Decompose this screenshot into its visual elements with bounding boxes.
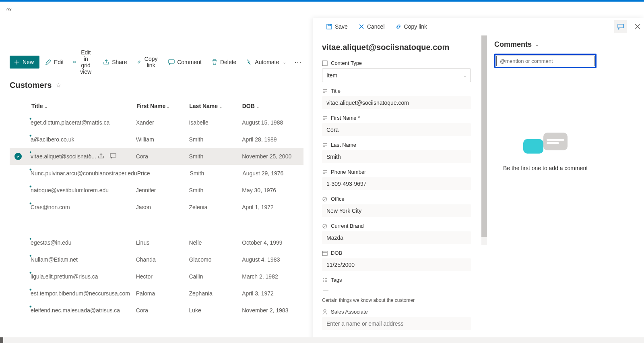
table-row[interactable]: ✦eget.dictum.placerat@mattis.caXanderIsa… <box>10 114 303 131</box>
more-button[interactable]: ⋯ <box>291 56 305 69</box>
office-input[interactable] <box>322 204 471 217</box>
row-last-name: Giacomo <box>189 256 242 263</box>
table-row[interactable]: ✦vitae.aliquet@sociisnato...⋮CoraSmithNo… <box>10 148 303 165</box>
title-input[interactable] <box>322 96 471 109</box>
table-row[interactable]: ✦Nullam@Etiam.netChandaGiacomoAugust 4, … <box>10 251 303 268</box>
table-row[interactable]: ✦eleifend.nec.malesuada@atrisus.caCoraLu… <box>10 302 303 319</box>
choice-icon <box>322 196 328 202</box>
col-last-name[interactable]: Last Name⌵ <box>189 103 242 109</box>
table-row[interactable]: ✦natoque@vestibulumlorem.eduJenniferSmit… <box>10 182 303 199</box>
cancel-button[interactable]: Cancel <box>354 20 389 33</box>
table-row[interactable]: ✦Nunc.pulvinar.arcu@conubianostraper.edu… <box>10 165 303 182</box>
comments-empty-text: Be the first one to add a comment <box>503 165 588 171</box>
copy-link-button[interactable]: Copy link <box>133 56 163 69</box>
panel-copy-link-button[interactable]: Copy link <box>391 20 431 33</box>
content-type-icon <box>322 60 328 66</box>
row-first-name: Price <box>137 170 190 177</box>
tags-value: — <box>322 285 482 295</box>
chevron-down-icon: ⌵ <box>256 104 259 109</box>
suite-tab[interactable]: ex <box>3 6 15 13</box>
comment-icon[interactable] <box>110 153 116 160</box>
row-title: Nunc.pulvinar.arcu@conubianostraper.edu <box>31 170 137 177</box>
svg-rect-5 <box>618 24 623 28</box>
brand-input[interactable] <box>322 231 471 244</box>
row-last-name: Isabelle <box>189 119 242 126</box>
row-last-name: Zelenia <box>189 204 242 210</box>
close-panel-button[interactable] <box>631 20 644 33</box>
chevron-down-icon: ⌵ <box>219 104 222 109</box>
form-scroll[interactable]: Content Type Item⌵ Title First Name * La… <box>322 60 484 343</box>
svg-rect-6 <box>322 61 327 66</box>
col-title[interactable]: Title⌵ <box>31 103 136 109</box>
tags-description: Certain things we know about the custome… <box>322 297 482 303</box>
new-indicator-icon: ✦ <box>29 271 32 275</box>
new-indicator-icon: ✦ <box>29 168 32 172</box>
list-title: Customers <box>10 81 52 90</box>
list-pane: New Edit Edit in grid view Share Copy li… <box>0 18 313 319</box>
automate-button[interactable]: Automate ⌵ <box>242 56 289 69</box>
row-dob: March 2, 1982 <box>242 273 303 280</box>
new-indicator-icon: ✦ <box>29 150 32 154</box>
chevron-down-icon: ⌵ <box>45 104 47 109</box>
chevron-down-icon: ⌵ <box>167 104 169 109</box>
phone-input[interactable] <box>322 177 471 190</box>
row-first-name: Chanda <box>136 256 189 263</box>
new-indicator-icon: ✦ <box>29 254 32 258</box>
table-row[interactable]: ✦Cras@non.comJasonZeleniaApril 1, 1972 <box>10 199 303 216</box>
svg-rect-0 <box>74 61 76 63</box>
save-button[interactable]: Save <box>322 20 352 33</box>
sales-associate-input[interactable] <box>322 317 471 330</box>
row-last-name: Luke <box>189 307 242 314</box>
share-button[interactable]: Share <box>99 56 131 69</box>
row-last-name: Smith <box>190 170 242 177</box>
edit-grid-button[interactable]: Edit in grid view <box>69 56 97 69</box>
svg-point-8 <box>323 224 327 228</box>
favorite-star-icon[interactable]: ☆ <box>56 81 61 89</box>
row-dob: August 4, 1983 <box>242 256 303 263</box>
row-first-name: Cora <box>136 307 189 314</box>
new-indicator-icon: ✦ <box>29 202 32 206</box>
table-row[interactable]: ✦est.tempor.bibendum@neccursusa.comPalom… <box>10 285 303 302</box>
row-first-name: Jennifer <box>136 187 189 193</box>
edit-button[interactable]: Edit <box>41 56 68 69</box>
row-last-name: Smith <box>189 187 242 193</box>
row-more-icon[interactable]: ⋮ <box>87 153 92 160</box>
text-icon <box>322 169 328 175</box>
new-indicator-icon: ✦ <box>29 288 32 292</box>
delete-button[interactable]: Delete <box>207 56 240 69</box>
dob-input[interactable] <box>322 258 471 271</box>
comment-input[interactable] <box>496 56 594 66</box>
row-title: ligula.elit.pretium@risus.ca <box>31 273 98 280</box>
col-first-name[interactable]: First Name⌵ <box>136 103 189 109</box>
new-indicator-icon: ✦ <box>29 185 32 189</box>
comments-heading[interactable]: Comments ⌵ <box>494 40 597 49</box>
table-row[interactable]: ✦ligula.elit.pretium@risus.caHectorCaili… <box>10 268 303 285</box>
toggle-comments-button[interactable] <box>614 20 627 33</box>
content-type-select[interactable]: Item⌵ <box>322 69 471 82</box>
row-title: eleifend.nec.malesuada@atrisus.ca <box>31 307 120 314</box>
row-dob: August 15, 1988 <box>242 119 303 126</box>
details-panel: Save Cancel Copy link vitae <box>313 18 644 343</box>
row-first-name: Xander <box>136 119 189 126</box>
row-dob: April 1, 1972 <box>242 204 303 210</box>
row-first-name: William <box>136 136 189 143</box>
panel-scrollbar[interactable] <box>481 35 487 245</box>
text-icon <box>322 88 328 94</box>
horizontal-scrollbar[interactable] <box>0 337 644 343</box>
comment-button[interactable]: Comment <box>164 56 206 69</box>
table-row[interactable]: ✦egestas@in.eduLinusNelleOctober 4, 1999 <box>10 234 303 251</box>
row-dob: November 2, 1983 <box>242 307 303 314</box>
comments-pane: Comments ⌵ Be the first one to add a com… <box>487 18 604 343</box>
chevron-down-icon: ⌵ <box>536 42 538 47</box>
row-title: natoque@vestibulumlorem.edu <box>31 187 109 193</box>
last-name-input[interactable] <box>322 150 471 163</box>
text-icon <box>322 115 328 121</box>
first-name-input[interactable] <box>322 123 471 136</box>
col-dob[interactable]: DOB⌵ <box>242 103 303 109</box>
share-icon[interactable] <box>98 153 104 160</box>
row-dob: November 25, 2000 <box>242 153 303 160</box>
table-row[interactable]: ✦a@aclibero.co.ukWilliamSmithApril 28, 1… <box>10 131 303 148</box>
row-first-name: Paloma <box>136 290 189 297</box>
row-title: egestas@in.edu <box>31 239 71 246</box>
new-button[interactable]: New <box>10 56 39 69</box>
